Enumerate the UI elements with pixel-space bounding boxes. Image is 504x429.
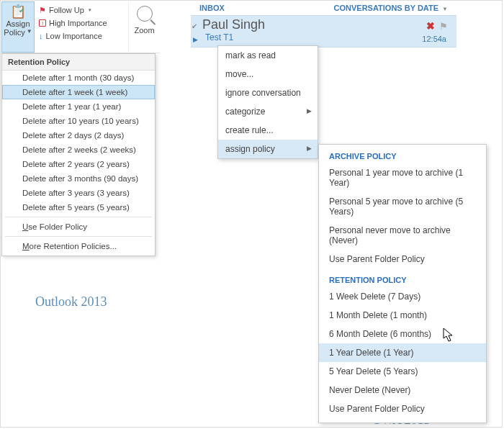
ctx-categorize[interactable]: categorize ▶ [218,102,318,121]
flag-icon: ⚑ [39,6,46,15]
retention-item[interactable]: Delete after 2 weeks (2 weeks) [2,143,155,157]
use-folder-policy[interactable]: Use Folder Policy [2,220,155,234]
chevron-down-icon: ▼ [27,27,32,36]
subject: Test T1 [205,32,448,42]
delete-icon[interactable]: ✖ [426,20,435,32]
retention-item[interactable]: Delete after 3 years (3 years) [2,186,155,200]
archive-item[interactable]: Use Parent Folder Policy [319,250,486,268]
retention-item[interactable]: Delete after 10 years (10 years) [2,114,155,128]
follow-up-button[interactable]: ⚑ Follow Up ▾ [39,4,124,17]
archive-policy-header: ARCHIVE POLICY [319,145,486,163]
retention-item[interactable]: Delete after 1 month (30 days) [2,71,155,85]
retention-sub-item[interactable]: Never Delete (Never) [319,381,486,399]
ctx-categorize-label: categorize [225,107,265,117]
ctx-move[interactable]: move... [218,65,318,83]
more-retention-policies[interactable]: More Retention Policies... [2,239,155,253]
retention-sub-item[interactable]: Use Parent Folder Policy [319,399,486,418]
high-importance-label: High Importance [49,19,107,27]
low-importance-icon: ↓ [39,32,43,40]
zoom-label: Zoom [134,26,154,35]
chevron-down-icon: ▾ [89,7,91,13]
assign-policy-button[interactable]: 📋✔ Assign Policy ▼ [1,1,35,53]
archive-item[interactable]: Personal never move to archive (Never) [319,221,486,250]
message-time: 12:54a [422,35,446,43]
assign-policy-icon: 📋✔ [10,4,26,19]
separator [5,217,152,217]
caption-outlook: Outlook 2013 [35,294,107,310]
message-row[interactable]: ✔ ▶ Paul Singh Test T1 ✖ ⚑ 12:54a [191,15,456,48]
retention-sub-item[interactable]: 1 Week Delete (7 Days) [319,287,486,306]
low-importance-label: Low Importance [46,32,102,40]
retention-item[interactable]: Delete after 1 year (1 year) [2,99,155,114]
high-importance-button[interactable]: ! High Importance [39,17,124,30]
retention-sub-item-selected[interactable]: 1 Year Delete (1 Year) [319,343,486,362]
retention-item[interactable]: Delete after 2 days (2 days) [2,128,155,143]
low-importance-button[interactable]: ↓ Low Importance [39,30,124,42]
ctx-ignore-conversation[interactable]: ignore conversation [218,83,318,102]
zoom-button[interactable]: Zoom [128,1,160,53]
expand-icon[interactable]: ▶ [193,36,198,43]
submenu-arrow-icon: ▶ [307,107,312,114]
context-menu: mark as read move... ignore conversation… [217,45,318,159]
assign-policy-submenu: ARCHIVE POLICY Personal 1 year move to a… [318,144,487,423]
inbox-header[interactable]: INBOX [199,4,225,12]
ctx-create-rule[interactable]: create rule... [218,121,318,140]
chevron-down-icon: ▼ [442,6,448,12]
archive-item[interactable]: Personal 1 year move to archive (1 Year) [319,163,486,192]
high-importance-icon: ! [39,19,46,27]
retention-item[interactable]: Delete after 2 years (2 years) [2,157,155,171]
retention-item[interactable]: Delete after 3 months (90 days) [2,171,155,186]
assign-label-2: Policy [4,28,24,37]
retention-header: Retention Policy [2,54,155,71]
check-icon: ✔ [192,22,197,30]
sort-label: CONVERSATIONS BY DATE [334,4,438,12]
flag-icon[interactable]: ⚑ [439,21,448,32]
submenu-arrow-icon: ▶ [307,145,312,152]
archive-item[interactable]: Personal 5 year move to archive (5 Years… [319,192,486,221]
ctx-mark-as-read[interactable]: mark as read [218,46,318,65]
zoom-icon [137,6,153,22]
retention-policy-menu: Retention Policy Delete after 1 month (3… [1,53,156,256]
retention-sub-item[interactable]: 1 Month Delete (1 month) [319,306,486,325]
retention-policy-header: RETENTION POLICY [319,268,486,287]
follow-up-label: Follow Up [49,6,84,14]
separator [5,236,152,237]
ctx-assign-policy-label: assign policy [225,144,275,154]
retention-sub-item[interactable]: 5 Year Delete (5 Years) [319,362,486,381]
retention-item-selected[interactable]: Delete after 1 week (1 week) [2,85,155,99]
sort-header[interactable]: CONVERSATIONS BY DATE ▼ [334,4,448,12]
retention-sub-item[interactable]: 6 Month Delete (6 months) [319,325,486,343]
retention-item[interactable]: Delete after 5 years (5 years) [2,200,155,214]
ctx-assign-policy[interactable]: assign policy ▶ [218,140,318,158]
sender-name: Paul Singh [202,17,448,32]
